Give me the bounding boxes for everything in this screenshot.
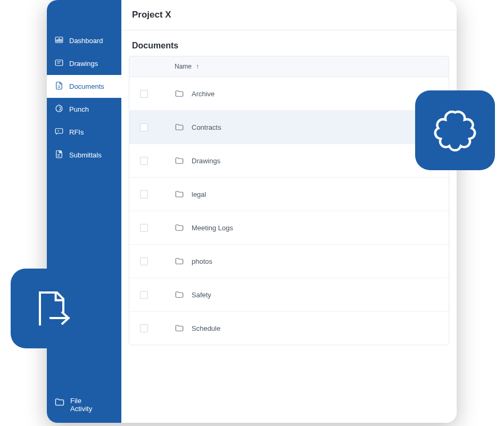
svg-rect-2 (59, 39, 60, 41)
sidebar-item-label: Dashboard (69, 37, 103, 45)
row-checkbox[interactable] (140, 123, 148, 131)
row-checkbox[interactable] (140, 291, 148, 299)
column-header-name[interactable]: Name ↑ (175, 63, 199, 70)
folder-name-label: Drawings (192, 157, 220, 165)
folder-icon (175, 290, 184, 299)
sidebar-item-dashboard[interactable]: Dashboard (47, 29, 121, 52)
sidebar-item-punch[interactable]: Punch (47, 98, 121, 121)
folder-icon (175, 189, 184, 199)
table-row[interactable]: Drawings (129, 144, 449, 178)
column-header-label: Name (175, 63, 192, 70)
svg-rect-4 (55, 60, 63, 66)
folder-icon (175, 223, 184, 232)
row-checkbox[interactable] (140, 324, 148, 332)
main-content: Project X Documents Name ↑ (121, 0, 457, 423)
svg-rect-1 (57, 40, 58, 41)
sidebar-item-label: Documents (69, 82, 104, 90)
row-checkbox[interactable] (140, 257, 148, 265)
table-row[interactable]: Contracts (129, 111, 449, 144)
sidebar-item-rfis[interactable]: ? RFIs (47, 121, 121, 144)
folder-name-label: Schedule (192, 324, 220, 332)
sidebar: Dashboard Drawings Docume (47, 0, 121, 423)
documents-table: Name ↑ Archive (129, 56, 449, 345)
punch-icon (54, 104, 64, 115)
documents-icon (54, 81, 64, 92)
sidebar-item-label: RFIs (69, 128, 84, 136)
sidebar-item-label: File Activity (70, 397, 92, 413)
sidebar-item-submittals[interactable]: Submittals (47, 144, 121, 166)
folder-icon (175, 122, 184, 132)
sidebar-item-file-activity[interactable]: File Activity (47, 391, 121, 423)
table-row[interactable]: legal (129, 178, 449, 211)
svg-point-9 (56, 105, 62, 112)
sidebar-item-label: Drawings (69, 60, 98, 68)
submittals-icon (54, 149, 64, 161)
dashboard-icon (54, 35, 64, 46)
sidebar-item-label: Submittals (69, 151, 102, 159)
row-checkbox[interactable] (140, 190, 148, 198)
drawings-icon (54, 58, 64, 69)
app-window: Dashboard Drawings Docume (47, 0, 457, 423)
folder-icon (175, 256, 184, 266)
section-title: Documents (121, 30, 457, 56)
folder-name-label: Safety (192, 291, 211, 299)
folder-name-label: Archive (192, 90, 214, 98)
table-header: Name ↑ (129, 56, 449, 77)
folder-icon (175, 156, 184, 165)
sidebar-item-drawings[interactable]: Drawings (47, 52, 121, 75)
sidebar-item-documents[interactable]: Documents (47, 75, 121, 98)
row-checkbox[interactable] (140, 224, 148, 232)
folder-icon (54, 397, 65, 409)
folder-name-label: photos (192, 257, 212, 265)
table-row[interactable]: photos (129, 245, 449, 278)
folder-icon (175, 89, 184, 98)
folder-name-label: Contracts (192, 123, 221, 131)
flower-icon (431, 105, 479, 155)
table-row[interactable]: Archive (129, 77, 449, 111)
cloud-badge (415, 90, 495, 170)
page-title: Project X (121, 0, 457, 30)
svg-rect-3 (61, 39, 62, 41)
row-checkbox[interactable] (140, 90, 148, 98)
sort-ascending-icon: ↑ (196, 63, 199, 70)
folder-icon (175, 323, 184, 333)
svg-text:?: ? (57, 130, 60, 133)
rfis-icon: ? (54, 127, 64, 138)
export-badge (11, 269, 90, 348)
sidebar-item-label: Punch (69, 105, 89, 113)
file-export-icon (29, 286, 72, 331)
folder-name-label: legal (192, 190, 206, 198)
table-row[interactable]: Schedule (129, 312, 449, 345)
table-row[interactable]: Safety (129, 278, 449, 312)
row-checkbox[interactable] (140, 157, 148, 165)
folder-name-label: Meeting Logs (192, 224, 233, 232)
table-row[interactable]: Meeting Logs (129, 211, 449, 245)
